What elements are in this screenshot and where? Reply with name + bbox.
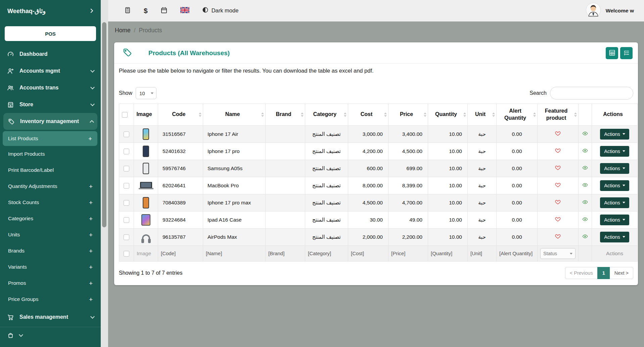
column-header-code[interactable]: Code [158,104,203,126]
filter-brand-input[interactable] [268,250,302,256]
featured-heart-icon[interactable] [555,235,561,240]
column-header-name[interactable]: Name [203,104,266,126]
select-all-checkbox[interactable] [122,112,128,118]
column-header-unit[interactable]: Unit [468,104,497,126]
sidebar-subitem-stock-counts[interactable]: Stock Counts + [0,194,101,210]
plus-icon[interactable]: + [89,264,93,270]
filter-name-input[interactable] [206,250,263,256]
sidebar-item-accounts-mgmt[interactable]: Accounts mgmt [0,63,101,79]
cell-image [134,160,158,177]
row-checkbox[interactable] [124,200,129,206]
sidebar-item-partial[interactable] [0,327,101,344]
sidebar-subitem-units[interactable]: Units + [0,227,101,243]
row-actions-button[interactable]: Actions [600,146,629,157]
page-description: Please use the table below to navigate o… [114,64,638,79]
view-eye-icon[interactable] [582,234,589,240]
sidebar-subitem-brands[interactable]: Brands + [0,243,101,259]
view-eye-icon[interactable] [582,217,589,223]
sidebar-scrollbar-thumb[interactable] [102,22,106,227]
column-header-cost[interactable]: Cost [348,104,388,126]
sidebar-item-sales-management[interactable]: Sales management [0,309,101,325]
featured-heart-icon[interactable] [555,149,561,155]
page-size-select[interactable]: 10 [136,87,156,99]
sidebar-subitem-print-barcode-label[interactable]: Print Barcode/Label [0,162,101,178]
column-header-quantity[interactable]: Quantity [428,104,468,126]
filter-select-cell [119,245,134,261]
table-view-button[interactable] [606,47,618,59]
plus-icon[interactable]: + [88,136,92,142]
plus-icon[interactable]: + [89,280,93,286]
plus-icon[interactable]: + [89,199,93,206]
column-header-price[interactable]: Price [388,104,428,126]
pos-button[interactable]: POS [5,26,96,41]
featured-heart-icon[interactable] [555,132,561,138]
filter-checkbox[interactable] [124,251,129,257]
filter-category-input[interactable] [308,250,345,256]
view-eye-icon[interactable] [582,131,589,137]
row-checkbox[interactable] [124,131,129,137]
filter-cost-input[interactable] [351,250,385,256]
sidebar-subitem-list-products[interactable]: List Products + [3,131,97,146]
table-controls: Show 10 Search [114,79,638,104]
filter-alert-quantity-input[interactable] [499,250,535,256]
plus-icon[interactable]: + [89,232,93,238]
filter-status-select[interactable]: Status [540,248,576,259]
column-header-alert-quantity[interactable]: Alert Quantity [497,104,538,126]
filter-price-input[interactable] [391,250,425,256]
sidebar-item-accounts-trans[interactable]: Accounts trans [0,79,101,96]
plus-icon[interactable]: + [89,248,93,254]
cell-actions: Actions [592,228,638,245]
sidebar-scrollbar-track[interactable] [101,0,108,347]
row-actions-button[interactable]: Actions [600,180,629,191]
row-actions-button[interactable]: Actions [600,129,629,140]
sidebar-subitem-import-products[interactable]: Import Products [0,146,101,162]
featured-heart-icon[interactable] [555,166,561,172]
sidebar-subitem-promos[interactable]: Promos + [0,275,101,291]
view-eye-icon[interactable] [582,149,589,154]
row-actions-button[interactable]: Actions [600,232,629,242]
row-actions-button[interactable]: Actions [600,197,629,208]
view-eye-icon[interactable] [582,166,589,171]
row-checkbox[interactable] [124,166,129,171]
row-checkbox[interactable] [124,149,129,154]
row-checkbox[interactable] [124,183,129,189]
calculator-button[interactable] [124,7,131,15]
column-header-featured-product[interactable]: Featured product [538,104,579,126]
sidebar-item-inventory-management[interactable]: Inventory management [3,113,97,130]
sidebar-subitem-variants[interactable]: Variants + [0,259,101,275]
currency-button[interactable]: $ [144,7,148,15]
language-flag-button[interactable] [180,7,189,14]
featured-heart-icon[interactable] [555,200,561,206]
sidebar-item-dashboard[interactable]: Dashboard [0,46,101,63]
view-eye-icon[interactable] [582,200,589,206]
calendar-button[interactable] [160,7,168,15]
column-header-category[interactable]: Category [305,104,348,126]
sidebar-item-store[interactable]: Store [0,96,101,113]
breadcrumb-home-link[interactable]: Home [115,27,131,34]
filter-unit-input[interactable] [470,250,494,256]
view-eye-icon[interactable] [582,183,589,189]
avatar[interactable] [586,2,601,19]
checklist-view-button[interactable] [620,47,633,59]
sidebar-subitem-quantity-adjustments[interactable]: Quantity Adjustments + [0,178,101,194]
sidebar-subitem-price-groups[interactable]: Price Groups + [0,291,101,307]
row-checkbox[interactable] [124,217,129,223]
row-checkbox[interactable] [124,234,129,240]
plus-icon[interactable]: + [89,296,93,303]
column-header-brand[interactable]: Brand [266,104,305,126]
row-actions-button[interactable]: Actions [600,215,629,225]
page-1-button[interactable]: 1 [597,267,610,279]
plus-icon[interactable]: + [89,216,93,222]
previous-page-button[interactable]: < Previous [565,267,598,279]
next-page-button[interactable]: Next > [610,267,633,279]
plus-icon[interactable]: + [89,183,93,190]
row-actions-button[interactable]: Actions [600,163,629,174]
filter-code-input[interactable] [161,250,200,256]
sidebar-subitem-categories[interactable]: Categories + [0,210,101,227]
featured-heart-icon[interactable] [555,218,561,223]
dark-mode-toggle[interactable]: Dark mode [202,7,239,14]
search-input[interactable] [550,87,633,100]
sidebar-collapse-button[interactable] [89,8,95,15]
featured-heart-icon[interactable] [555,183,561,189]
filter-quantity-input[interactable] [431,250,465,256]
